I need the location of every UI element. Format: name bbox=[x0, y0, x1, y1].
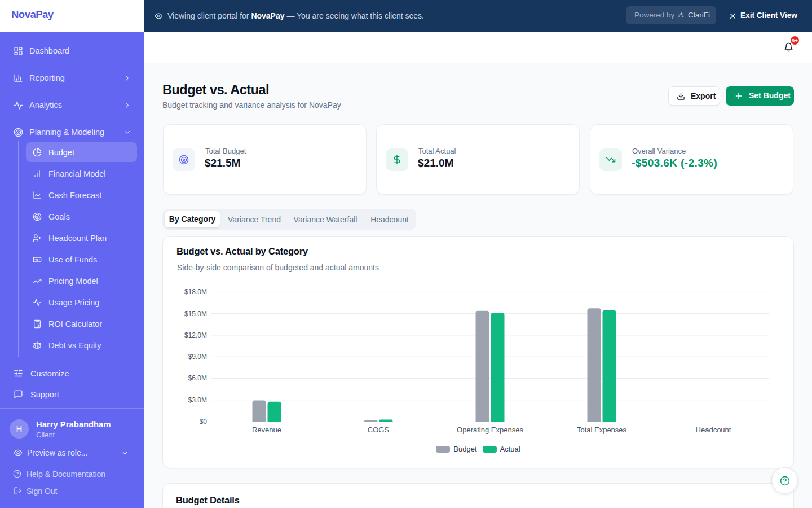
svg-text:Revenue: Revenue bbox=[252, 426, 281, 434]
svg-text:$3.0M: $3.0M bbox=[188, 396, 207, 404]
svg-text:Total Expenses: Total Expenses bbox=[577, 426, 627, 434]
svg-text:$15.0M: $15.0M bbox=[184, 310, 207, 318]
svg-text:$6.0M: $6.0M bbox=[188, 374, 207, 382]
svg-text:Operating Expenses: Operating Expenses bbox=[457, 426, 523, 434]
svg-text:$0: $0 bbox=[200, 418, 208, 426]
svg-text:$12.0M: $12.0M bbox=[184, 331, 207, 339]
svg-text:$18.0M: $18.0M bbox=[184, 288, 207, 296]
svg-text:COGS: COGS bbox=[368, 426, 390, 434]
svg-text:Headcount: Headcount bbox=[696, 426, 731, 434]
svg-text:$9.0M: $9.0M bbox=[188, 353, 207, 361]
